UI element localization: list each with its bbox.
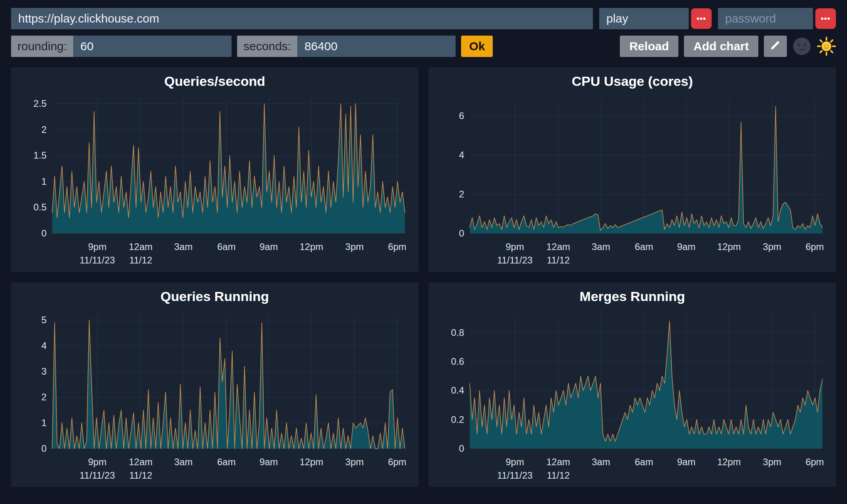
svg-text:3pm: 3pm [345, 241, 364, 252]
svg-text:3pm: 3pm [763, 241, 781, 252]
svg-text:3am: 3am [592, 241, 610, 252]
svg-text:3am: 3am [174, 456, 193, 467]
url-input[interactable] [11, 8, 593, 29]
svg-text:0.8: 0.8 [451, 327, 464, 337]
user-input[interactable] [599, 8, 689, 29]
chart-panel-queries-per-second: Queries/second 00.511.522.59pm11/11/2312… [11, 67, 418, 272]
svg-text:11/12: 11/12 [129, 255, 152, 265]
svg-text:2: 2 [41, 124, 46, 135]
chart-plot[interactable]: 0123459pm11/11/2312am11/123am6am9am12pm3… [17, 307, 412, 485]
edit-button[interactable] [764, 36, 787, 57]
svg-text:3: 3 [41, 366, 46, 377]
svg-text:9am: 9am [260, 241, 278, 252]
dark-theme-button[interactable] [792, 37, 811, 56]
svg-text:1: 1 [41, 176, 46, 187]
rounding-label: rounding: [11, 36, 73, 57]
svg-text:12am: 12am [129, 456, 153, 467]
svg-text:11/11/23: 11/11/23 [80, 255, 115, 265]
svg-text:12am: 12am [547, 241, 570, 252]
svg-text:11/12: 11/12 [129, 470, 152, 480]
chart-panel-cpu-usage: CPU Usage (cores) 02469pm11/11/2312am11/… [429, 67, 836, 272]
sun-icon [817, 37, 836, 56]
add-chart-button[interactable]: Add chart [684, 36, 758, 57]
svg-text:6am: 6am [217, 241, 236, 252]
light-theme-button[interactable] [817, 37, 836, 56]
chart-panel-merges-running: Merges Running 00.20.40.60.89pm11/11/231… [429, 282, 836, 487]
svg-text:0.4: 0.4 [451, 385, 464, 396]
user-reveal-button[interactable]: ••• [691, 8, 712, 29]
svg-text:12pm: 12pm [300, 456, 323, 467]
svg-text:2: 2 [459, 189, 464, 199]
user-group: ••• [599, 8, 712, 29]
reload-button[interactable]: Reload [620, 36, 678, 57]
svg-text:12pm: 12pm [300, 241, 323, 252]
chart-title: Queries/second [17, 74, 412, 89]
svg-text:0: 0 [41, 228, 46, 239]
svg-text:0.6: 0.6 [451, 356, 464, 367]
moon-icon [792, 37, 811, 56]
svg-text:1: 1 [41, 417, 46, 428]
chart-plot[interactable]: 02469pm11/11/2312am11/123am6am9am12pm3pm… [435, 91, 830, 270]
svg-text:9am: 9am [677, 241, 696, 252]
svg-text:6: 6 [459, 110, 464, 121]
chart-title: Merges Running [435, 289, 830, 304]
chart-title: Queries Running [17, 289, 412, 304]
svg-text:9pm: 9pm [506, 241, 524, 252]
svg-text:4: 4 [459, 150, 464, 160]
svg-text:4: 4 [41, 340, 46, 351]
password-reveal-button[interactable]: ••• [815, 8, 836, 29]
ok-button[interactable]: Ok [461, 36, 493, 57]
svg-text:9pm: 9pm [506, 456, 524, 467]
seconds-label: seconds: [237, 36, 297, 57]
svg-text:6pm: 6pm [805, 456, 824, 467]
chart-canvas: 0123459pm11/11/2312am11/123am6am9am12pm3… [17, 307, 412, 485]
seconds-control: seconds: [237, 36, 456, 57]
svg-text:2: 2 [41, 392, 46, 402]
svg-text:0: 0 [459, 443, 464, 454]
ellipsis-icon: ••• [697, 14, 706, 23]
svg-text:0: 0 [459, 228, 464, 239]
toolbar: ••• ••• rounding: seconds: Ok Reload Add… [0, 0, 847, 57]
svg-text:5: 5 [41, 315, 46, 325]
svg-text:3pm: 3pm [763, 456, 781, 467]
svg-text:3am: 3am [174, 241, 193, 252]
chart-plot[interactable]: 00.511.522.59pm11/11/2312am11/123am6am9a… [17, 91, 412, 270]
chart-canvas: 00.20.40.60.89pm11/11/2312am11/123am6am9… [435, 307, 830, 485]
svg-text:12am: 12am [129, 241, 153, 252]
svg-text:6am: 6am [635, 241, 653, 252]
chart-canvas: 00.511.522.59pm11/11/2312am11/123am6am9a… [17, 91, 412, 270]
svg-text:11/11/23: 11/11/23 [80, 470, 115, 480]
svg-text:11/11/23: 11/11/23 [497, 255, 533, 265]
password-input[interactable] [718, 8, 813, 29]
svg-text:0.2: 0.2 [451, 414, 464, 424]
chart-canvas: 02469pm11/11/2312am11/123am6am9am12pm3pm… [435, 91, 830, 270]
pencil-icon [769, 39, 781, 54]
svg-text:1.5: 1.5 [34, 150, 47, 161]
chart-panel-queries-running: Queries Running 0123459pm11/11/2312am11/… [11, 282, 418, 487]
svg-text:11/12: 11/12 [547, 255, 570, 265]
password-group: ••• [718, 8, 836, 29]
svg-text:0: 0 [41, 443, 46, 454]
svg-text:11/11/23: 11/11/23 [497, 470, 533, 480]
svg-text:6pm: 6pm [805, 241, 824, 252]
ellipsis-icon: ••• [821, 14, 830, 23]
svg-text:12pm: 12pm [717, 456, 741, 467]
svg-text:6am: 6am [635, 456, 653, 467]
svg-text:12am: 12am [547, 456, 570, 467]
svg-text:9am: 9am [260, 456, 278, 467]
charts-grid: Queries/second 00.511.522.59pm11/11/2312… [11, 67, 836, 487]
controls-row: rounding: seconds: Ok Reload Add chart [11, 36, 836, 57]
svg-text:9am: 9am [677, 456, 696, 467]
chart-plot[interactable]: 00.20.40.60.89pm11/11/2312am11/123am6am9… [435, 307, 830, 485]
connection-row: ••• ••• [11, 8, 836, 29]
rounding-input[interactable] [73, 36, 232, 57]
svg-text:3am: 3am [592, 456, 610, 467]
svg-text:9pm: 9pm [88, 456, 107, 467]
seconds-input[interactable] [297, 36, 456, 57]
svg-text:12pm: 12pm [717, 241, 741, 252]
svg-text:11/12: 11/12 [547, 470, 570, 480]
svg-text:6pm: 6pm [388, 456, 406, 467]
chart-title: CPU Usage (cores) [435, 74, 830, 89]
svg-text:6am: 6am [217, 456, 236, 467]
svg-text:0.5: 0.5 [34, 202, 47, 212]
